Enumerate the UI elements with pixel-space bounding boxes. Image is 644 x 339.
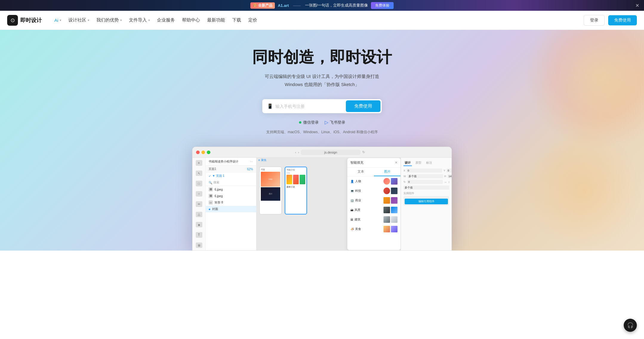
- page-expand-icon: ✓: [209, 174, 211, 178]
- app-titlebar: ‹ › js.design ↻: [192, 147, 452, 158]
- sf-thumb[interactable]: [391, 188, 398, 194]
- sf-thumb[interactable]: [383, 178, 390, 185]
- sf-thumb[interactable]: [391, 197, 398, 204]
- nav-forward-icon[interactable]: ›: [298, 151, 299, 154]
- component-area: 编辑引用组件: [403, 196, 449, 205]
- sf-thumbnails: [383, 197, 398, 204]
- hero-login-row: ● 微信登录 ▷ 飞书登录: [299, 119, 346, 125]
- sf-thumb[interactable]: [383, 216, 390, 223]
- props-h-input[interactable]: [447, 174, 452, 178]
- current-page-label: ✓ ▼ 页面 1: [206, 173, 256, 179]
- app-url-bar[interactable]: js.design: [301, 150, 360, 155]
- wechat-login-link[interactable]: ● 微信登录: [299, 119, 319, 125]
- feishu-icon: ▷: [325, 119, 328, 125]
- layer-thumb: 🖼: [209, 194, 213, 198]
- sf-tabs: 文本 图片: [347, 168, 400, 177]
- sf-thumb[interactable]: [391, 178, 398, 185]
- image-tool-icon[interactable]: ⊞: [196, 243, 202, 248]
- main-header: ⊙ 即时设计 Ai ▾ 设计社区 ▾ 我们的优势 ▾ 文件导入 ▾ 企业服务 帮…: [0, 11, 644, 30]
- layer-item[interactable]: 🖼 6.jpeg: [206, 193, 256, 199]
- sf-thumb[interactable]: [383, 197, 390, 204]
- app-sidebar-left: ≡ ↖ □ ○ ✏ △ ◈ T ⊞: [192, 158, 206, 250]
- props-tab-annotation[interactable]: 标注: [425, 160, 433, 166]
- banner-cta-button[interactable]: 免费体验: [371, 2, 394, 9]
- props-y-input[interactable]: [446, 168, 452, 173]
- props-tabs: 设计 原型 标注: [403, 160, 449, 166]
- props-h-label: H: [444, 175, 446, 178]
- app-body: ≡ ↖ □ ○ ✏ △ ◈ T ⊞ 书籍阅读类小程序设计 ⋯ 页面1 62%: [192, 158, 452, 250]
- sf-header: 智能填充 ✕: [347, 158, 400, 168]
- props-x-input[interactable]: [406, 168, 442, 173]
- search-icon: 🔍: [209, 181, 212, 184]
- layer-item-selected[interactable]: ◆ 封面: [206, 206, 256, 212]
- sf-tab-image[interactable]: 图片: [374, 168, 400, 176]
- zoom-label: 62%: [247, 168, 253, 171]
- category-icon: 🏔: [350, 208, 353, 212]
- layers-options-icon[interactable]: ⋯: [250, 160, 253, 163]
- nav-item-help[interactable]: 帮助中心: [179, 16, 203, 25]
- flip-h-icon[interactable]: ↔: [444, 180, 447, 184]
- traffic-light-green: [207, 151, 210, 154]
- layer-item[interactable]: ▭ 矩形 8: [206, 199, 256, 206]
- text-tool-icon[interactable]: T: [196, 232, 202, 237]
- nav-item-design-community[interactable]: 设计社区 ▾: [65, 16, 92, 25]
- category-icon: 🏛: [350, 218, 353, 221]
- category-icon: 🏢: [350, 199, 354, 202]
- free-use-button[interactable]: 免费使用: [608, 15, 637, 25]
- hero-bg-orb2: [525, 131, 644, 251]
- props-multi-input[interactable]: [403, 185, 449, 190]
- props-wh-row: W H: [403, 174, 449, 178]
- props-rotation-input[interactable]: [407, 180, 443, 184]
- nav-item-pricing[interactable]: 定价: [245, 16, 260, 25]
- sf-thumb[interactable]: [391, 226, 398, 232]
- sf-thumbnails: [383, 178, 398, 185]
- sf-thumb[interactable]: [383, 207, 390, 213]
- sf-category-landscape: 🏔 风景: [347, 205, 400, 215]
- cursor-icon[interactable]: ↖: [196, 171, 202, 176]
- frame-tool-icon[interactable]: □: [196, 181, 202, 186]
- top-banner: 🎨 全新产品 A1.art —— 一张图/一句话，立即生成高质量图像 免费体验 …: [0, 0, 644, 11]
- sf-thumb[interactable]: [383, 188, 390, 194]
- banner-close-icon[interactable]: ✕: [635, 3, 639, 8]
- pen-tool-icon[interactable]: ✏: [196, 201, 202, 207]
- traffic-light-red: [196, 151, 200, 154]
- diamond-icon: ◆: [209, 208, 210, 211]
- sf-category-people: 👤 人物: [347, 177, 400, 186]
- triangle-tool-icon[interactable]: △: [196, 212, 202, 217]
- chevron-down-icon: ▾: [60, 19, 61, 22]
- nav-item-download[interactable]: 下载: [229, 16, 244, 25]
- chevron-down-icon: ▾: [120, 19, 122, 22]
- props-multi-input-row: [403, 185, 449, 190]
- nav-item-enterprise[interactable]: 企业服务: [154, 16, 178, 25]
- sf-thumb[interactable]: [391, 207, 398, 213]
- feishu-login-link[interactable]: ▷ 飞书登录: [325, 119, 345, 125]
- hero-free-button[interactable]: 免费使用: [346, 100, 380, 112]
- hero-subtitle: 可云端编辑的专业级 UI 设计工具，为中国设计师量身打造 Windows 也能用…: [265, 72, 379, 88]
- sf-thumb[interactable]: [391, 216, 398, 223]
- nav-item-advantages[interactable]: 我们的优势 ▾: [93, 16, 125, 25]
- props-tab-design[interactable]: 设计: [403, 160, 412, 166]
- nav-item-file-import[interactable]: 文件导入 ▾: [126, 16, 153, 25]
- circle-tool-icon[interactable]: ○: [196, 191, 202, 197]
- props-w-input[interactable]: [407, 174, 443, 178]
- props-xy-row: X Y: [403, 168, 449, 173]
- nav-item-ai[interactable]: Ai ▾: [51, 16, 64, 24]
- props-tab-prototype[interactable]: 原型: [414, 160, 423, 166]
- sf-close-icon[interactable]: ✕: [395, 161, 398, 165]
- login-button[interactable]: 登录: [584, 15, 605, 26]
- phone-input[interactable]: [275, 104, 346, 109]
- sf-thumb[interactable]: [383, 226, 390, 232]
- nav-back-icon[interactable]: ‹: [295, 151, 296, 154]
- logo-text: 即时设计: [20, 17, 42, 24]
- nav-item-new-features[interactable]: 最新功能: [204, 16, 228, 25]
- banner-slogan: 一张图/一句话，立即生成高质量图像: [305, 3, 368, 8]
- layer-item[interactable]: 🖼 6.jpeg: [206, 186, 256, 193]
- sf-category-tech: 💻 科技: [347, 186, 400, 196]
- sf-tab-text[interactable]: 文本: [347, 168, 374, 176]
- logo-link[interactable]: ⊙ 即时设计: [7, 15, 42, 26]
- fill-tool-icon[interactable]: ◈: [196, 222, 202, 227]
- refresh-icon[interactable]: ↻: [362, 150, 365, 154]
- menu-icon[interactable]: ≡: [196, 160, 202, 165]
- flip-v-icon[interactable]: ↕: [448, 180, 450, 184]
- edit-component-button[interactable]: 编辑引用组件: [405, 199, 448, 204]
